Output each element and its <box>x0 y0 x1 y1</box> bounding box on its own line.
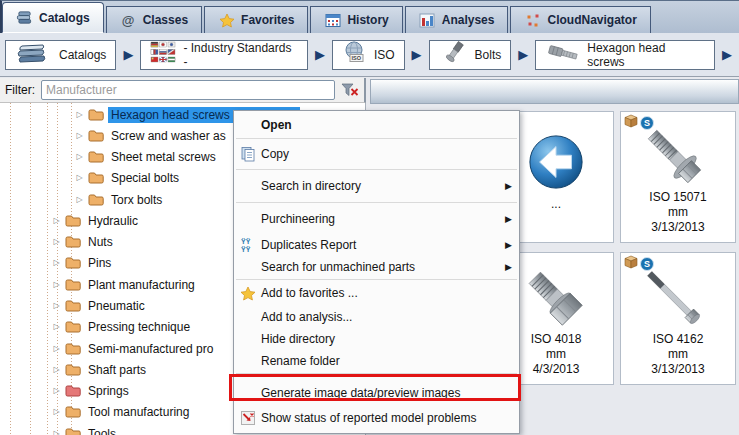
duplicates-icon: ŸŸ ŸŸ <box>234 237 261 253</box>
tree-guide-line <box>30 103 31 435</box>
submenu-arrow-icon: ▶ <box>505 240 512 250</box>
expand-arrow-icon[interactable]: ▷ <box>52 429 61 435</box>
tree-item-springs[interactable]: ▷ Springs <box>52 380 132 401</box>
chevron-right-icon: ▶ <box>315 48 325 61</box>
tree-item-tool-manufacturing[interactable]: ▷ Tool manufacturing <box>52 401 192 422</box>
expand-arrow-icon[interactable]: ▷ <box>52 322 61 331</box>
filter-input[interactable] <box>41 80 335 100</box>
filter-bar: Filter: <box>0 78 366 103</box>
tree-item-label: Shaft parts <box>85 362 149 378</box>
screw-icon <box>545 40 581 69</box>
tab-catalogs[interactable]: Catalogs <box>2 2 104 33</box>
breadcrumb-item-industry-standards[interactable]: - Industry Standards - <box>140 40 308 70</box>
expand-arrow-icon[interactable]: ▷ <box>52 237 61 246</box>
tree-item-label: Springs <box>85 383 132 399</box>
expand-arrow-icon[interactable]: ▷ <box>52 365 61 374</box>
expand-arrow-icon[interactable]: ▷ <box>52 216 61 225</box>
parts-panel-header <box>370 79 739 104</box>
menu-separator <box>236 202 517 203</box>
menu-separator <box>236 138 517 139</box>
tree-item-shaft-parts[interactable]: ▷ Shaft parts <box>52 359 149 380</box>
tree-item-tools[interactable]: ▷ Tools <box>52 423 119 435</box>
expand-arrow-icon[interactable]: ▷ <box>52 386 61 395</box>
tile-title: ISO 4162 <box>621 332 735 347</box>
tree-item-special-bolts[interactable]: ▷ Special bolts <box>75 167 182 188</box>
copy-icon <box>234 146 261 162</box>
iso-label: ISO <box>351 55 361 61</box>
part-image-iso-4162 <box>621 265 735 341</box>
tile-unit: mm <box>621 205 735 220</box>
folder-icon <box>65 405 81 418</box>
tree-item-hydraulic[interactable]: ▷ Hydraulic <box>52 210 141 231</box>
tab-analyses[interactable]: Analyses <box>405 6 509 33</box>
tree-item-screw-and-washer[interactable]: ▷ Screw and washer as <box>75 125 229 146</box>
breadcrumb-label: Hexagon head screws <box>587 41 705 69</box>
chevron-right-icon: ▶ <box>412 48 422 61</box>
tree-item-label: Screw and washer as <box>108 128 229 144</box>
tree-item-label: Pneumatic <box>85 298 148 314</box>
breadcrumb-item-iso[interactable]: ISO ISO <box>332 40 405 70</box>
expand-arrow-icon[interactable]: ▷ <box>52 407 61 416</box>
part-tile-iso-15071[interactable]: S ISO 15071 mm <box>620 111 736 243</box>
expand-arrow-icon[interactable]: ▷ <box>75 152 84 161</box>
breadcrumb-item-hexagon-head-screws[interactable]: Hexagon head screws <box>535 40 715 70</box>
tree-item-torx-bolts[interactable]: ▷ Torx bolts <box>75 189 165 210</box>
tree-item-pressing-technique[interactable]: ▷ Pressing technique <box>52 316 193 337</box>
svg-text:ŸŸ: ŸŸ <box>241 238 251 245</box>
tree-item-sheet-metal-screws[interactable]: ▷ Sheet metal screws <box>75 146 219 167</box>
star-icon <box>234 286 261 301</box>
menu-item-add-to-favorites[interactable]: Add to favorites ... <box>234 281 519 305</box>
expand-arrow-icon[interactable]: ▷ <box>75 110 84 119</box>
breadcrumb-item-catalogs[interactable]: Catalogs <box>5 40 116 70</box>
menu-item-purchineering[interactable]: Purchineering ▶ <box>234 204 519 234</box>
tree-item-pneumatic[interactable]: ▷ Pneumatic <box>52 295 148 316</box>
clear-filter-icon[interactable] <box>341 82 359 99</box>
menu-item-search-in-directory[interactable]: Search in directory ▶ <box>234 171 519 201</box>
submenu-arrow-icon: ▶ <box>505 214 512 224</box>
tree-item-label: Special bolts <box>108 170 182 186</box>
menu-item-duplicates-report[interactable]: ŸŸ ŸŸ Duplicates Report ▶ <box>234 234 519 256</box>
menu-item-add-to-analysis[interactable]: Add to analysis... <box>234 305 519 328</box>
tree-item-plant-manufacturing[interactable]: ▷ Plant manufacturing <box>52 274 198 295</box>
expand-arrow-icon[interactable]: ▷ <box>52 258 61 267</box>
menu-item-hide-directory[interactable]: Hide directory <box>234 328 519 350</box>
breadcrumb-item-bolts[interactable]: Bolts <box>429 40 512 70</box>
expand-arrow-icon[interactable]: ▷ <box>75 131 84 140</box>
menu-item-search-unmachined-parts[interactable]: Search for unmachined parts ▶ <box>234 256 519 278</box>
menu-item-open[interactable]: Open <box>234 113 519 137</box>
tab-history[interactable]: History <box>310 6 402 33</box>
part-tile-iso-4162[interactable]: S ISO 4162 mm 3/13/201 <box>620 252 736 385</box>
expand-arrow-icon[interactable]: ▷ <box>52 344 61 353</box>
breadcrumb-label: Catalogs <box>59 48 106 62</box>
folder-icon <box>88 171 104 184</box>
tab-label: Analyses <box>442 13 495 27</box>
chevron-right-icon: ▶ <box>123 48 133 61</box>
screw-icon <box>439 40 469 69</box>
context-menu: Open Copy Search in directory ▶ Purchine… <box>233 110 520 434</box>
menu-item-generate-image-data[interactable]: Generate image data/preview images <box>234 381 519 405</box>
submenu-arrow-icon: ▶ <box>505 262 512 272</box>
calendar-icon <box>324 12 341 28</box>
tree-item-nuts[interactable]: ▷ Nuts <box>52 231 116 252</box>
folder-icon <box>65 256 81 269</box>
tab-label: CloudNavigator <box>547 13 636 27</box>
expand-arrow-icon[interactable]: ▷ <box>52 301 61 310</box>
tree-item-pins[interactable]: ▷ Pins <box>52 252 114 273</box>
tab-favorites[interactable]: Favorites <box>204 6 308 33</box>
tab-label: Catalogs <box>39 11 90 25</box>
menu-item-copy[interactable]: Copy <box>234 140 519 168</box>
at-icon: @ <box>120 12 137 28</box>
tree-item-semi-manufactured[interactable]: ▷ Semi-manufactured pro <box>52 338 216 359</box>
svg-text:ŸŸ: ŸŸ <box>241 246 251 253</box>
menu-item-rename-folder[interactable]: Rename folder <box>234 350 519 372</box>
chevron-right-icon: ▶ <box>518 48 528 61</box>
tree-item-label: Hydraulic <box>85 213 141 229</box>
tab-classes[interactable]: @ Classes <box>106 6 202 33</box>
tab-cloudnavigator[interactable]: CloudNavigator <box>510 6 650 33</box>
expand-arrow-icon[interactable]: ▷ <box>75 173 84 182</box>
menu-item-show-model-problem-status[interactable]: Show status of reported model problems <box>234 405 519 431</box>
expand-arrow-icon[interactable]: ▷ <box>52 280 61 289</box>
tree-item-label: Semi-manufactured pro <box>85 341 216 357</box>
filter-label: Filter: <box>5 83 35 97</box>
expand-arrow-icon[interactable]: ▷ <box>75 195 84 204</box>
